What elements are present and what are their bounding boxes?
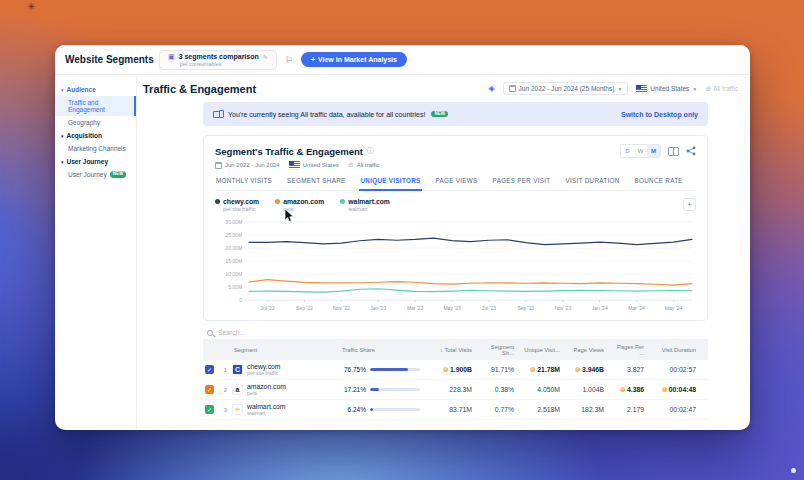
column-header-segment-sh[interactable]: Segment Sh... [478,344,520,356]
cell-value: 2.179 [627,406,644,413]
row-checkbox[interactable]: ✓ [205,365,214,374]
legend-amazon-com[interactable]: amazon.compets [275,198,324,212]
globe-icon: ⊕ [705,85,711,93]
app-window: Website Segments ▣ 3 segments comparison… [55,45,750,430]
date-range-dropdown[interactable]: Jun 2022 - Jun 2024 (25 Months) ▼ [503,82,629,95]
flag-feedback-icon[interactable]: ⚐ [285,55,293,65]
y-tick-label: 30.00M [225,219,242,225]
highlights-icon[interactable]: ◈ [488,84,494,93]
medal-icon [620,387,625,392]
info-icon[interactable]: ⓘ [367,146,374,156]
sidebar-section-label: Audience [67,86,96,93]
page-views-cell: 182.3M [566,406,610,413]
legend-name: chewy.com [223,198,259,205]
column-header-traffic-share[interactable]: Traffic Share [340,347,428,353]
legend-dot [340,199,345,204]
cell-value: 4.050M [537,386,560,393]
column-header-total-visits[interactable]: ↓ Total Visits [428,347,478,353]
sidebar-item-traffic-and-engagement[interactable]: Traffic and Engagement [55,96,136,116]
sidebar-section-user-journey[interactable]: ▾User Journey [55,155,136,168]
view-market-analysis-button[interactable]: + View in Market Analysis [301,52,407,67]
tab-pages-per-visit[interactable]: PAGES PER VISIT [492,177,552,190]
segment-subtitle: walmart [247,410,286,416]
us-flag-icon [636,85,647,93]
traffic-share-bar-fill [370,368,408,371]
column-header-pages-per[interactable]: Pages Per ... [610,344,650,356]
info-banner: You're currently seeing All traffic data… [203,102,708,126]
granularity-w[interactable]: W [634,145,647,157]
segments-table: SegmentTraffic Share↓ Total VisitsSegmen… [203,326,708,420]
granularity-m[interactable]: M [647,145,660,157]
column-header-unique-visit[interactable]: Unique Visit... [520,347,566,353]
table-row-amazon-com[interactable]: ✓2aamazon.compets17.21%228.3M0.38%4.050M… [203,380,708,400]
tab-page-views[interactable]: PAGE VIEWS [435,177,479,190]
visit-duration-cell: 00:02:47 [650,406,702,413]
view-market-analysis-label: View in Market Analysis [318,56,397,63]
tab-segment-share[interactable]: SEGMENT SHARE [286,177,346,190]
granularity-d[interactable]: D [621,145,634,157]
traffic-type-dropdown[interactable]: ⊕ All traffic [705,85,738,93]
sidebar-section-audience[interactable]: ▾Audience [55,83,136,96]
traffic-share-bar [370,388,420,391]
sidebar-item-marketing-channels[interactable]: Marketing Channels [55,142,136,155]
legend-walmart-com[interactable]: walmart.comwalmart [340,198,390,212]
series-line-chewy-com[interactable] [249,238,692,245]
column-header-label: Traffic Share [342,347,375,353]
tab-unique-visitors[interactable]: UNIQUE VISITORS [359,177,421,191]
legend-chewy-com[interactable]: chewy.compet site traffic [215,198,259,212]
chevron-down-icon: ▼ [617,86,622,92]
tab-visit-duration[interactable]: VISIT DURATION [565,177,621,190]
page-views-cell: 3.946B [566,366,610,373]
traffic-engagement-card: Segment's Traffic & Engagement ⓘ DWM [203,135,708,321]
tab-monthly-visits[interactable]: MONTHLY VISITS [215,177,273,190]
series-line-amazon-com[interactable] [249,280,692,285]
segment-cell: Cchewy.compet site traffic [232,363,340,376]
banner-text: You're currently seeing All traffic data… [228,111,425,118]
column-header-page-views[interactable]: Page Views [566,347,610,353]
x-tick-label: Sep '22 [296,305,313,311]
segment-domain: amazon.com [247,383,286,390]
share-icon[interactable] [686,146,696,156]
table-row-chewy-com[interactable]: ✓1Cchewy.compet site traffic76.75%1.900B… [203,360,708,380]
edit-icon[interactable]: ✎ [263,53,268,60]
cell-value: 3.946B [582,366,604,373]
row-checkbox[interactable]: ✓ [205,385,214,394]
tab-bounce-rate[interactable]: BOUNCE RATE [634,177,684,190]
column-header-segment[interactable]: Segment [232,347,340,353]
legend-subtitle: pet site traffic [223,206,259,212]
legend-dot [215,199,220,204]
y-tick-label: 5.00M [228,284,242,290]
line-chart: 30.00M25.00M20.00M15.00M10.00M5.00M0Jul … [215,216,696,316]
segments-icon: ▣ [168,53,175,61]
table-view-icon[interactable] [668,147,679,156]
row-checkbox[interactable]: ✓ [205,405,214,414]
switch-desktop-link[interactable]: Switch to Desktop only [621,111,698,118]
page-header: Traffic & Engagement ◈ Jun 2022 - Jun 20… [137,75,750,95]
country-dropdown[interactable]: United States ▼ [636,85,697,93]
segment-cell: ✳walmart.comwalmart [232,403,340,416]
cell-value: 00:02:57 [670,366,696,373]
table-header-row: SegmentTraffic Share↓ Total VisitsSegmen… [203,340,708,360]
sidebar-item-label: User Journey [68,171,107,178]
sidebar-item-user-journey[interactable]: User JourneyNEW [55,168,136,181]
row-rank: 2 [219,387,232,393]
card-traffic: All traffic [357,162,380,168]
segment-domain: chewy.com [247,363,281,370]
series-line-walmart-com[interactable] [249,289,692,292]
sidebar-item-label: Marketing Channels [68,145,126,152]
y-tick-label: 20.00M [225,245,242,251]
sidebar-section-acquisition[interactable]: ▾Acquisition [55,129,136,142]
traffic-share-bar [370,368,420,371]
traffic-share-cell: 17.21% [340,386,428,393]
sidebar-section-label: Acquisition [67,132,102,139]
table-search [203,326,708,340]
cell-value: 4.386 [627,386,644,393]
sidebar-item-geography[interactable]: Geography [55,116,136,129]
traffic-share-value: 76.75% [340,366,366,373]
table-row-walmart-com[interactable]: ✓3✳walmart.comwalmart6.24%83.71M0.77%2.5… [203,400,708,420]
add-segment-button[interactable]: + [683,198,696,211]
search-input[interactable] [218,329,418,336]
column-header-visit-duration[interactable]: Visit Duration [650,347,702,353]
segments-comparison-pill[interactable]: ▣ 3 segments comparison ✎ pet consumable… [159,50,277,70]
chart-legend: chewy.compet site trafficamazon.competsw… [215,198,696,212]
